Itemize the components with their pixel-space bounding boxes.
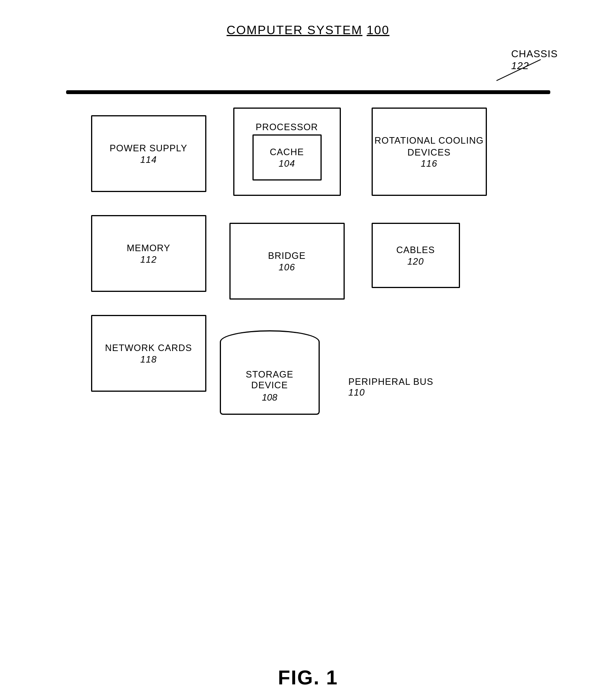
page-title: COMPUTER SYSTEM 100: [227, 23, 390, 37]
rotational-cooling-number: 116: [421, 158, 437, 169]
fig-label: FIG. 1: [278, 666, 338, 689]
memory-number: 112: [140, 254, 157, 265]
cache-number: 104: [279, 158, 295, 169]
network-cards-box: NETWORK CARDS 118: [91, 315, 206, 392]
processor-label: PROCESSOR: [256, 121, 318, 133]
cache-box: CACHE 104: [252, 134, 322, 181]
chassis-number: 122: [511, 60, 558, 72]
network-cards-label: NETWORK CARDS: [105, 342, 192, 354]
bridge-label: BRIDGE: [268, 250, 306, 262]
chassis-box: POWER SUPPLY 114 MEMORY 112 NETWORK CARD…: [66, 90, 550, 94]
chassis-label: CHASSIS 122: [511, 48, 558, 72]
storage-device-number: 108: [245, 392, 295, 403]
cables-label: CABLES: [396, 244, 435, 256]
peripheral-bus-number: 110: [349, 387, 433, 398]
cables-number: 120: [407, 256, 424, 267]
power-supply-number: 114: [140, 154, 157, 165]
title-number: 100: [367, 23, 389, 37]
bridge-box: BRIDGE 106: [229, 223, 345, 300]
chassis-label-text: CHASSIS: [511, 48, 558, 60]
storage-device-text: STORAGE DEVICE 108: [245, 369, 295, 403]
title-text: COMPUTER SYSTEM: [227, 23, 363, 37]
power-supply-box: POWER SUPPLY 114: [91, 115, 206, 192]
memory-box: MEMORY 112: [91, 215, 206, 292]
power-supply-label: POWER SUPPLY: [110, 142, 187, 154]
storage-cylinder: STORAGE DEVICE 108: [220, 330, 320, 415]
bridge-number: 106: [279, 262, 295, 273]
peripheral-bus-label: PERIPHERAL BUS 110: [349, 376, 433, 398]
svg-line-7: [387, 346, 414, 373]
storage-device-label: STORAGE DEVICE: [245, 369, 295, 391]
network-cards-number: 118: [140, 354, 157, 365]
storage-device-container: STORAGE DEVICE 108: [220, 330, 320, 415]
rotational-cooling-box: ROTATIONAL COOLING DEVICES 116: [372, 108, 487, 196]
peripheral-bus-label-text: PERIPHERAL BUS: [349, 376, 433, 387]
memory-label: MEMORY: [127, 242, 171, 254]
cables-box: CABLES 120: [372, 223, 460, 288]
cache-label: CACHE: [270, 146, 304, 158]
rotational-cooling-label: ROTATIONAL COOLING DEVICES: [373, 134, 486, 158]
